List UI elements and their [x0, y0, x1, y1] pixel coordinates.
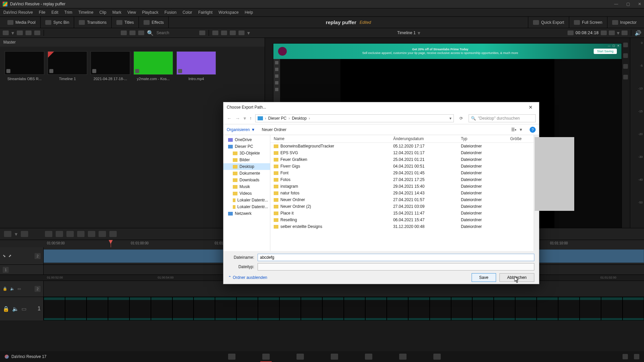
film-frame[interactable]: [44, 297, 65, 320]
clip-thumb[interactable]: Timeline 1: [48, 51, 87, 81]
film-frame[interactable]: [472, 297, 494, 320]
nav-up-button[interactable]: ↑: [250, 116, 252, 121]
bin-icon[interactable]: [17, 31, 23, 35]
append-icon[interactable]: [88, 231, 95, 237]
full-screen-button[interactable]: Full Screen: [569, 17, 607, 28]
menu-fairlight[interactable]: Fairlight: [198, 10, 213, 15]
clip-thumb[interactable]: Streamlabs OBS R...: [5, 51, 44, 81]
page-cut-icon[interactable]: [262, 354, 270, 360]
mute2-icon[interactable]: 🔈: [12, 306, 19, 312]
quick-export-button[interactable]: Quick Export: [528, 17, 569, 28]
vt1-icon[interactable]: [623, 43, 628, 47]
vt4-icon[interactable]: [623, 75, 628, 79]
menu-edit[interactable]: Edit: [51, 10, 58, 15]
nav-forward-button[interactable]: →: [235, 115, 240, 121]
film-frame[interactable]: [258, 297, 279, 320]
close-button[interactable]: ✕: [638, 2, 641, 6]
film-frame[interactable]: [623, 297, 644, 320]
menu-playback[interactable]: Playback: [142, 10, 158, 15]
viewer-c-icon[interactable]: [230, 31, 236, 35]
effects-tab[interactable]: Effects: [139, 17, 169, 28]
file-row[interactable]: Reselling06.04.2021 15:47Dateiordner: [270, 217, 539, 223]
file-row[interactable]: EPS SVG12.04.2021 01:17Dateiordner: [270, 149, 539, 156]
project-settings-icon[interactable]: [634, 354, 639, 359]
viewer-d-icon[interactable]: [238, 31, 245, 35]
menu-mark[interactable]: Mark: [112, 10, 121, 15]
film-frame[interactable]: [151, 297, 172, 320]
strip-view-icon[interactable]: [138, 31, 144, 35]
menu-help[interactable]: Help: [245, 10, 253, 15]
film-frame[interactable]: [558, 297, 580, 320]
clip-thumb[interactable]: Intro.mp4: [176, 51, 216, 81]
ripple2-icon[interactable]: [109, 231, 117, 237]
tree-node[interactable]: Downloads: [223, 177, 270, 183]
import-icon[interactable]: [3, 31, 9, 35]
match-icon[interactable]: [601, 31, 607, 35]
file-row[interactable]: Feuer Grafiken25.04.2021 01:21Dateiordne…: [270, 156, 539, 163]
film-frame[interactable]: [387, 297, 408, 320]
film-frame[interactable]: [580, 297, 601, 320]
maximize-button[interactable]: ▢: [626, 2, 630, 6]
menu-view[interactable]: View: [127, 10, 136, 15]
file-list[interactable]: NameÄnderungsdatumTypGröße BoonwinsBattl…: [270, 135, 539, 251]
search-input[interactable]: Search: [156, 31, 197, 35]
file-row[interactable]: Font29.04.2021 01:45Dateiordner: [270, 170, 539, 176]
tree-node[interactable]: Videos: [223, 190, 270, 197]
page-media-icon[interactable]: [228, 354, 235, 360]
film-frame[interactable]: [194, 297, 215, 320]
arrow-tool-icon[interactable]: ⬊: [3, 254, 6, 258]
sync-bin-tab[interactable]: Sync Bin: [41, 17, 74, 28]
film-frame[interactable]: [322, 297, 344, 320]
file-row[interactable]: instagram29.04.2021 15:40Dateiordner: [270, 183, 539, 190]
column-header[interactable]: Name: [270, 135, 390, 143]
bin2-icon[interactable]: [25, 31, 32, 35]
address-bar[interactable]: › Dieser PC › Desktop › ▾: [255, 114, 454, 122]
fit-icon[interactable]: [77, 231, 85, 237]
mute-icon[interactable]: 🔈: [10, 287, 15, 291]
film-frame[interactable]: [301, 297, 322, 320]
replace-icon[interactable]: [66, 231, 74, 237]
film-frame[interactable]: [430, 297, 451, 320]
bin-master[interactable]: Master: [0, 38, 265, 47]
clip-thumb[interactable]: 2021-04-28 17-18-...: [91, 51, 130, 81]
file-row[interactable]: BoonwinsBattlegroundTracker05.12.2020 17…: [270, 143, 539, 150]
tree-node[interactable]: 3D-Objekte: [223, 150, 270, 157]
address-dropdown-button[interactable]: ▾: [449, 116, 451, 121]
opt-icon[interactable]: [609, 31, 615, 35]
page-edit-icon[interactable]: [297, 354, 304, 360]
menu-fusion[interactable]: Fusion: [164, 10, 176, 15]
lock-icon[interactable]: 🔒: [3, 287, 7, 291]
blade-tool-icon[interactable]: [21, 231, 28, 237]
tree-node[interactable]: Desktop: [223, 163, 270, 170]
file-row[interactable]: natur fotos29.04.2021 14:43Dateiordner: [270, 190, 539, 196]
titles-tab[interactable]: Titles: [112, 17, 139, 28]
dialog-close-button[interactable]: ✕: [526, 105, 536, 110]
insert-icon[interactable]: [45, 231, 52, 237]
menu-timeline[interactable]: Timeline: [78, 10, 93, 15]
search-icon[interactable]: 🔍: [147, 30, 154, 36]
page-fairlight-icon[interactable]: [399, 354, 407, 360]
film-frame[interactable]: [451, 297, 473, 320]
ripple-icon[interactable]: [99, 231, 106, 237]
clip-thumb[interactable]: y2mate.com - Kos...: [133, 51, 173, 81]
file-row[interactable]: Fiverr Gigs04.04.2021 00:51Dateiordner: [270, 163, 539, 170]
lock2-icon[interactable]: 🔒: [3, 306, 9, 312]
nav-recent-button[interactable]: ▾: [244, 115, 246, 121]
film-frame[interactable]: [344, 297, 365, 320]
film-frame[interactable]: [236, 297, 258, 320]
refresh-button[interactable]: ⟳: [457, 116, 465, 121]
film-frame[interactable]: [172, 297, 194, 320]
viewer-b-icon[interactable]: [221, 31, 227, 35]
menu-workspace[interactable]: Workspace: [219, 10, 239, 15]
grid-view-icon[interactable]: [129, 31, 136, 35]
new-folder-button[interactable]: Neuer Ordner: [262, 127, 286, 132]
tree-node[interactable]: Dokumente: [223, 170, 270, 177]
menu-davinci-resolve[interactable]: DaVinci Resolve: [3, 10, 33, 15]
organize-button[interactable]: Organisieren▼: [227, 127, 255, 132]
vt3-icon[interactable]: [623, 64, 628, 69]
file-row[interactable]: Neuer Ordner27.04.2021 01:57Dateiordner: [270, 196, 539, 203]
film-frame[interactable]: [108, 297, 129, 320]
tree-node[interactable]: Bilder: [223, 157, 270, 163]
film-frame[interactable]: [129, 297, 151, 320]
tree-node[interactable]: Dieser PC: [223, 143, 270, 150]
